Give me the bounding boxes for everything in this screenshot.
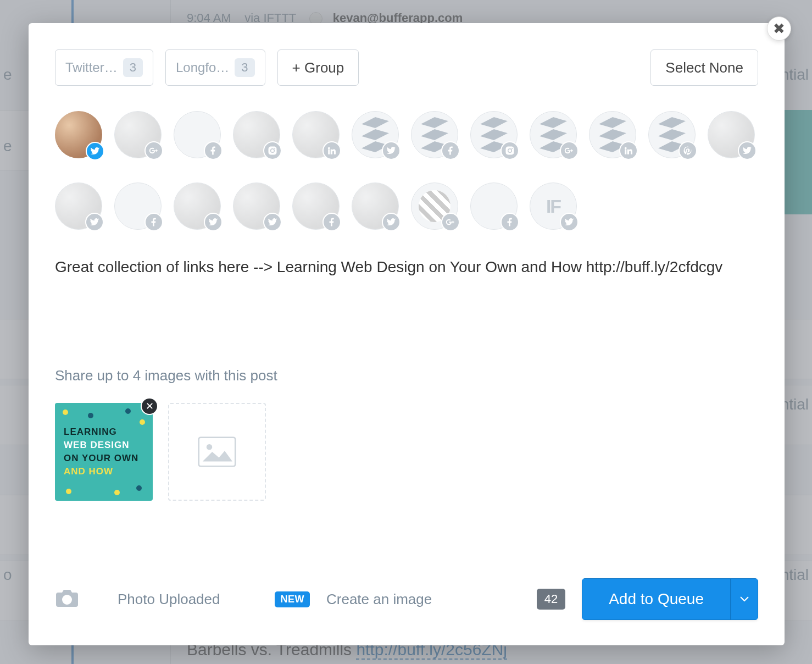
facebook-icon bbox=[441, 141, 460, 160]
twitter-icon bbox=[263, 213, 282, 231]
profile-twitter[interactable] bbox=[708, 111, 755, 158]
chevron-down-icon bbox=[740, 596, 749, 602]
profile-group-longform[interactable]: Longfo… 3 bbox=[165, 49, 265, 86]
group-count: 3 bbox=[123, 58, 143, 77]
instagram-icon bbox=[500, 141, 519, 160]
queue-dropdown-toggle[interactable] bbox=[731, 578, 758, 620]
profile-linkedin[interactable] bbox=[292, 111, 340, 158]
profile-twitter[interactable] bbox=[55, 111, 102, 158]
remove-image-button[interactable]: ✕ bbox=[141, 397, 158, 415]
compose-textarea[interactable]: Great collection of links here --> Learn… bbox=[55, 256, 758, 361]
profile-facebook[interactable] bbox=[174, 111, 221, 158]
profile-linkedin[interactable] bbox=[589, 111, 636, 158]
instagram-icon bbox=[263, 141, 282, 160]
select-none-button[interactable]: Select None bbox=[650, 49, 758, 86]
character-count: 42 bbox=[537, 589, 565, 610]
profile-picker: IF bbox=[55, 111, 758, 230]
facebook-icon bbox=[500, 213, 519, 231]
profile-twitter[interactable] bbox=[174, 182, 221, 230]
compose-footer: Photo Uploaded NEW Create an image 42 Ad… bbox=[55, 578, 758, 620]
image-placeholder-icon bbox=[198, 436, 236, 467]
twitter-icon bbox=[382, 141, 401, 160]
attached-images: LEARNING WEB DESIGN ON YOUR OWN AND HOW … bbox=[55, 403, 758, 501]
facebook-icon bbox=[204, 141, 223, 160]
profile-facebook[interactable] bbox=[292, 182, 340, 230]
profile-googleplus[interactable] bbox=[411, 182, 458, 230]
profile-pinterest[interactable] bbox=[648, 111, 696, 158]
profile-twitter[interactable] bbox=[352, 111, 399, 158]
facebook-icon bbox=[144, 213, 163, 231]
add-group-button[interactable]: + Group bbox=[277, 49, 359, 86]
pinterest-icon bbox=[678, 141, 697, 160]
twitter-icon bbox=[86, 142, 104, 161]
twitter-icon bbox=[560, 213, 579, 231]
twitter-icon bbox=[85, 213, 104, 231]
twitter-icon bbox=[738, 141, 757, 160]
googleplus-icon bbox=[441, 213, 460, 231]
profile-twitter[interactable] bbox=[233, 182, 280, 230]
twitter-icon bbox=[204, 213, 223, 231]
googleplus-icon bbox=[560, 141, 579, 160]
profile-facebook[interactable] bbox=[114, 182, 162, 230]
facebook-icon bbox=[322, 213, 341, 231]
svg-rect-0 bbox=[199, 438, 236, 467]
svg-point-1 bbox=[207, 444, 213, 450]
profile-facebook[interactable] bbox=[470, 182, 518, 230]
profile-twitter[interactable] bbox=[55, 182, 102, 230]
new-badge: NEW bbox=[275, 591, 310, 607]
add-image-slot[interactable] bbox=[168, 403, 266, 501]
group-label: Twitter… bbox=[65, 60, 118, 75]
group-label: Longfo… bbox=[176, 60, 229, 75]
image-share-hint: Share up to 4 images with this post bbox=[55, 367, 758, 384]
compose-modal: ✖ Twitter… 3 Longfo… 3 + Group Select No… bbox=[29, 23, 785, 645]
add-to-queue-button[interactable]: Add to Queue bbox=[582, 578, 731, 620]
close-icon: ✕ bbox=[146, 400, 154, 412]
profile-instagram[interactable] bbox=[233, 111, 280, 158]
profile-googleplus[interactable] bbox=[530, 111, 577, 158]
add-to-queue-button-group: Add to Queue bbox=[582, 578, 758, 620]
close-button[interactable]: ✖ bbox=[767, 16, 791, 41]
linkedin-icon bbox=[619, 141, 638, 160]
attached-image-1[interactable]: LEARNING WEB DESIGN ON YOUR OWN AND HOW … bbox=[55, 403, 153, 501]
linkedin-icon bbox=[322, 141, 341, 160]
profile-instagram[interactable] bbox=[470, 111, 518, 158]
profile-group-twitter[interactable]: Twitter… 3 bbox=[55, 49, 153, 86]
create-image-link[interactable]: Create an image bbox=[326, 591, 432, 608]
close-icon: ✖ bbox=[773, 20, 785, 37]
profile-googleplus[interactable] bbox=[114, 111, 162, 158]
profile-twitter[interactable] bbox=[352, 182, 399, 230]
camera-icon[interactable] bbox=[55, 588, 79, 610]
profile-twitter[interactable]: IF bbox=[530, 182, 577, 230]
googleplus-icon bbox=[144, 141, 163, 160]
photo-upload-status: Photo Uploaded bbox=[118, 591, 220, 608]
top-toolbar: Twitter… 3 Longfo… 3 + Group Select None bbox=[55, 49, 758, 86]
group-count: 3 bbox=[235, 58, 254, 77]
twitter-icon bbox=[382, 213, 401, 231]
profile-facebook[interactable] bbox=[411, 111, 458, 158]
